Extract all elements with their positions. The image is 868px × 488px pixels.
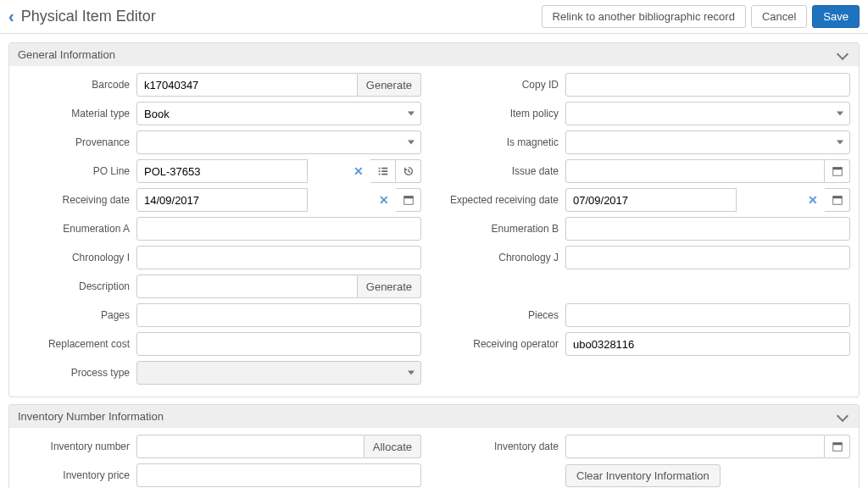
generate-barcode-button[interactable]: Generate [358, 73, 421, 97]
history-icon[interactable] [396, 159, 421, 183]
chronI-input[interactable] [136, 246, 421, 269]
barcode-input[interactable] [136, 73, 358, 97]
clear-recvdate-icon[interactable]: ✕ [379, 193, 389, 207]
proctype-select[interactable] [136, 361, 421, 385]
exprecvdate-input[interactable] [565, 188, 737, 212]
invdate-input[interactable] [565, 435, 825, 458]
allocate-button[interactable]: Allocate [364, 435, 421, 458]
issuedate-input[interactable] [565, 159, 825, 183]
generate-desc-button[interactable]: Generate [358, 274, 421, 298]
desc-input[interactable] [136, 274, 358, 298]
provenance-select[interactable] [136, 130, 421, 154]
enumA-input[interactable] [136, 217, 421, 241]
pages-input[interactable] [136, 303, 421, 327]
save-button[interactable]: Save [812, 5, 860, 28]
invnum-input[interactable] [136, 435, 364, 458]
section-general-header[interactable]: General Information [9, 43, 859, 66]
copyid-input[interactable] [565, 73, 850, 97]
replcost-input[interactable] [136, 332, 421, 356]
cancel-button[interactable]: Cancel [751, 5, 807, 28]
clear-poline-icon[interactable]: ✕ [353, 164, 364, 178]
relink-button[interactable]: Relink to another bibliographic record [542, 5, 746, 28]
page-title: Physical Item Editor [21, 8, 537, 25]
invprice-input[interactable] [136, 463, 421, 487]
calendar-icon[interactable] [825, 188, 850, 212]
calendar-icon[interactable] [825, 435, 850, 458]
material-select[interactable] [136, 102, 421, 125]
clear-inventory-button[interactable]: Clear Inventory Information [565, 464, 721, 487]
back-icon[interactable]: ‹ [8, 7, 14, 26]
clear-exprecvdate-icon[interactable]: ✕ [808, 193, 818, 207]
enumB-input[interactable] [565, 217, 850, 241]
calendar-icon[interactable] [825, 159, 850, 183]
recvdate-input[interactable] [136, 188, 308, 212]
pieces-input[interactable] [565, 303, 850, 327]
policy-select[interactable] [565, 102, 850, 125]
chevron-down-icon [838, 410, 850, 423]
section-inventory-header[interactable]: Inventory Number Information [9, 405, 859, 428]
magnetic-select[interactable] [565, 130, 850, 154]
poline-input[interactable] [136, 159, 308, 183]
list-icon[interactable] [370, 159, 396, 183]
chronJ-input[interactable] [565, 246, 850, 269]
recvop-input[interactable] [565, 332, 850, 356]
calendar-icon[interactable] [396, 188, 421, 212]
chevron-down-icon [838, 48, 850, 61]
